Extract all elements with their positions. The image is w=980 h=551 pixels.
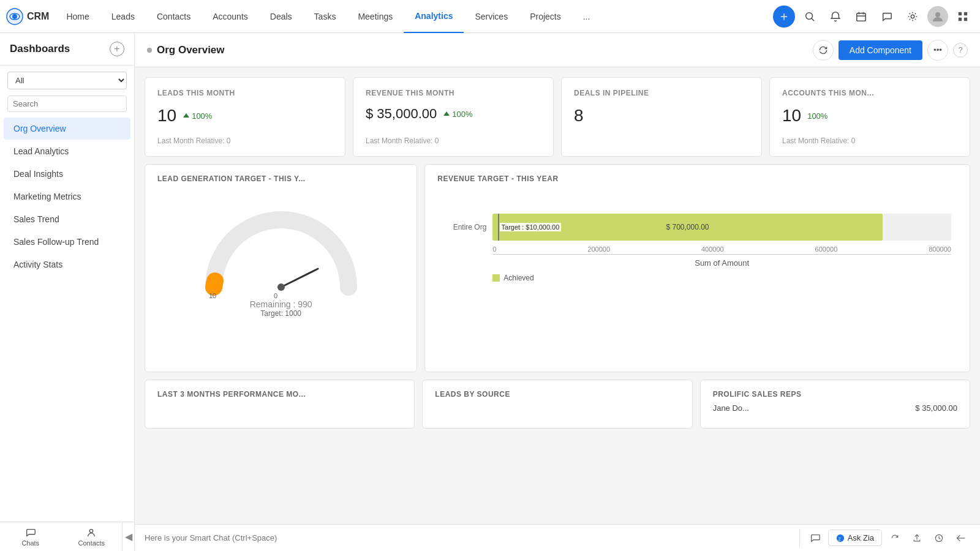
sidebar-item-deal-insights[interactable]: Deal Insights [4,163,130,185]
help-button[interactable]: ? [953,43,968,58]
create-button[interactable]: ＋ [773,6,795,28]
x-tick-800k: 800000 [929,246,951,253]
bar-target-label: Target : $10,000.00 [500,223,562,231]
sidebar-navigation: Org Overview Lead Analytics Deal Insight… [0,117,134,522]
x-tick-600k: 600000 [815,246,838,253]
accounts-card-title: ACCOUNTS THIS MON... [782,89,957,97]
sidebar-item-lead-analytics[interactable]: Lead Analytics [4,140,130,162]
chat-bottom-icon [25,527,36,538]
chat-button[interactable] [876,6,898,28]
deals-card-title: DEALS IN PIPELINE [574,89,749,97]
add-component-button[interactable]: Add Component [839,40,922,60]
leads-this-month-card: LEADS THIS MONTH 10 100% Last Month Rela… [145,77,345,157]
bar-achieved-value: $ 700,000.00 [666,223,709,231]
svg-line-18 [281,269,318,287]
nav-items: Home Leads Contacts Accounts Deals Tasks… [55,0,773,33]
arrow-up-icon-2 [443,110,450,118]
leads-by-source-title: LEADS BY SOURCE [435,390,679,399]
svg-rect-11 [959,12,962,15]
sidebar-item-sales-trend[interactable]: Sales Trend [4,208,130,230]
nav-meetings[interactable]: Meetings [347,0,404,33]
svg-point-2 [12,14,17,19]
gauge-container: 10 0 Remaining : 990 Target: 1000 [157,189,404,318]
contacts-bottom-icon [86,527,97,538]
nav-contacts[interactable]: Contacts [146,0,202,33]
nav-services[interactable]: Services [464,0,519,33]
svg-point-10 [935,12,940,17]
nav-home[interactable]: Home [55,0,100,33]
main-layout: Dashboards + All Org Overview Lead Analy… [0,33,980,551]
chat-action-5[interactable] [952,529,970,547]
revenue-this-month-card: REVENUE THIS MONTH $ 35,000.00 100% Last… [353,77,554,157]
content-header-actions: Add Component ••• ? [813,40,968,61]
smart-chat-bar: Z Ask Zia [135,524,980,551]
leads-card-badge: 100% [183,111,212,121]
sidebar-item-activity-stats[interactable]: Activity Stats [4,253,130,276]
content-header: Org Overview Add Component ••• ? [135,33,980,67]
crm-logo-icon [6,8,23,25]
sidebar-item-marketing-metrics[interactable]: Marketing Metrics [4,186,130,208]
sidebar-add-button[interactable]: + [110,42,124,56]
nav-analytics[interactable]: Analytics [404,0,464,33]
nav-tasks[interactable]: Tasks [303,0,347,33]
nav-projects[interactable]: Projects [519,0,572,33]
stat-cards-row: LEADS THIS MONTH 10 100% Last Month Rela… [145,77,970,157]
search-button[interactable] [799,6,821,28]
sales-rep-value: $ 35,000.00 [915,403,957,413]
smart-chat-right: Z Ask Zia [799,529,970,547]
sidebar-contacts-button[interactable]: Contacts [61,522,123,551]
sidebar-item-org-overview[interactable]: Org Overview [4,118,130,140]
svg-text:0: 0 [274,292,277,299]
sidebar-filter: All [0,66,134,96]
leads-by-source-card: LEADS BY SOURCE [422,380,692,429]
sidebar-header: Dashboards + [0,33,134,66]
sidebar-collapse-button[interactable]: ◀ [122,522,134,551]
gauge-remaining: Remaining : 990 [250,299,312,309]
app-name: CRM [27,11,49,22]
svg-marker-17 [443,111,450,116]
user-avatar[interactable] [927,6,948,27]
refresh-button[interactable] [813,40,834,61]
gauge-chart-svg: 10 0 [195,201,367,299]
bell-icon [830,11,841,22]
grid-icon [957,11,968,22]
bar-chart-area: Entire Org $ 700,000.00 [437,189,957,282]
accounts-this-month-card: ACCOUNTS THIS MON... 10 100% Last Month … [769,77,970,157]
achieved-legend-dot [492,274,500,282]
svg-point-15 [90,529,93,532]
chat-action-2[interactable] [886,529,904,547]
x-tick-400k: 400000 [701,246,724,253]
more-options-button[interactable]: ••• [927,40,948,61]
svg-rect-13 [959,17,962,20]
apps-button[interactable] [952,6,974,28]
nav-leads[interactable]: Leads [100,0,146,33]
smart-chat-input[interactable] [145,533,793,542]
bar-chart-title: REVENUE TARGET - THIS YEAR [437,174,957,183]
nav-accounts[interactable]: Accounts [202,0,259,33]
chats-label: Chats [21,539,39,547]
x-tick-0: 0 [492,246,496,253]
calendar-button[interactable] [850,6,872,28]
last-3-months-card: LAST 3 MONTHS PERFORMANCE MO... [145,380,415,429]
sales-rep-name: Jane Do... [713,403,749,413]
app-logo[interactable]: CRM [6,8,49,25]
sidebar-item-sales-followup[interactable]: Sales Follow-up Trend [4,231,130,253]
sidebar-chats-button[interactable]: Chats [0,522,61,551]
chat-action-1[interactable] [806,529,824,547]
nav-more[interactable]: ... [572,0,601,33]
chat-icon [881,11,892,22]
chat-action-3[interactable] [908,529,926,547]
sidebar-filter-select[interactable]: All [7,72,127,89]
svg-rect-5 [857,13,865,21]
settings-button[interactable] [902,6,924,28]
nav-deals[interactable]: Deals [259,0,303,33]
ask-zia-button[interactable]: Z Ask Zia [828,530,882,546]
sidebar: Dashboards + All Org Overview Lead Analy… [0,33,135,551]
leads-card-value: 10 [157,106,176,126]
svg-marker-16 [183,113,189,118]
notifications-button[interactable] [824,6,846,28]
chat-action-4[interactable] [930,529,948,547]
sidebar-search-input[interactable] [7,96,127,112]
back-icon [956,533,966,543]
accounts-card-footer: Last Month Relative: 0 [782,137,957,145]
